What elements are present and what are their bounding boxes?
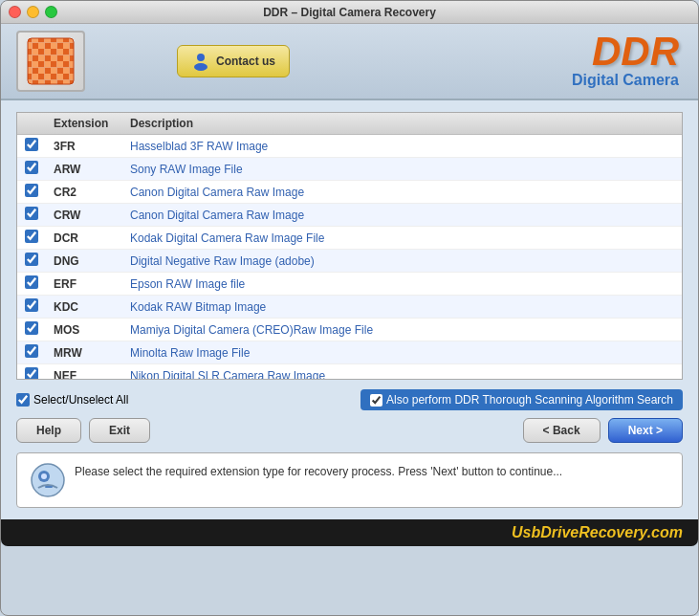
logo-box bbox=[16, 31, 85, 92]
row-checkbox[interactable] bbox=[25, 230, 38, 243]
svg-rect-10 bbox=[45, 486, 53, 488]
row-checkbox[interactable] bbox=[25, 275, 38, 289]
extension-table: Extension Description 3FR Hasselblad 3F … bbox=[17, 113, 682, 380]
row-checkbox[interactable] bbox=[25, 253, 38, 266]
svg-point-6 bbox=[194, 63, 208, 71]
row-extension: DNG bbox=[46, 250, 122, 273]
row-description: Canon Digital Camera Raw Image bbox=[122, 181, 682, 204]
row-extension: MRW bbox=[46, 341, 122, 364]
info-message: Please select the required extension typ… bbox=[75, 463, 562, 480]
select-all-checkbox[interactable] bbox=[16, 393, 30, 407]
table-body: 3FR Hasselblad 3F RAW Image ARW Sony RAW… bbox=[17, 135, 682, 381]
row-checkbox[interactable] bbox=[25, 161, 38, 174]
row-extension: NEF bbox=[46, 364, 122, 381]
contact-label: Contact us bbox=[216, 55, 275, 68]
table-header-row: Extension Description bbox=[17, 113, 682, 135]
row-check-cell[interactable] bbox=[17, 135, 46, 158]
row-check-cell[interactable] bbox=[17, 273, 46, 296]
row-extension: MOS bbox=[46, 319, 122, 341]
row-description: Hasselblad 3F RAW Image bbox=[122, 135, 682, 158]
contact-button[interactable]: Contact us bbox=[177, 45, 290, 77]
row-checkbox[interactable] bbox=[25, 207, 38, 220]
info-icon bbox=[31, 463, 65, 497]
row-description: Kodak Digital Camera Raw Image File bbox=[122, 227, 682, 250]
row-description: Epson RAW Image file bbox=[122, 273, 682, 296]
thorough-scan-area: Also perform DDR Thorough Scanning Algor… bbox=[360, 389, 683, 410]
row-extension: 3FR bbox=[46, 135, 122, 158]
row-extension: ARW bbox=[46, 158, 122, 181]
maximize-button[interactable] bbox=[45, 6, 57, 18]
contact-icon bbox=[191, 52, 210, 71]
brand-area: DDR Digital Camera bbox=[572, 32, 679, 89]
row-description: Minolta Raw Image File bbox=[122, 341, 682, 364]
row-checkbox[interactable] bbox=[25, 184, 38, 197]
table-row: NEF Nikon Digital SLR Camera Raw Image bbox=[17, 364, 682, 381]
table-row: ARW Sony RAW Image File bbox=[17, 158, 682, 181]
window-title: DDR – Digital Camera Recovery bbox=[263, 6, 436, 19]
col-description: Description bbox=[122, 113, 682, 135]
row-description: Sony RAW Image File bbox=[122, 158, 682, 181]
next-button[interactable]: Next > bbox=[608, 418, 683, 443]
row-extension: KDC bbox=[46, 296, 122, 319]
window-controls[interactable] bbox=[9, 6, 57, 18]
table-row: DNG Digital Negative Raw Image (adobe) bbox=[17, 250, 682, 273]
row-check-cell[interactable] bbox=[17, 250, 46, 273]
thorough-scan-checkbox[interactable] bbox=[370, 394, 382, 407]
row-description: Nikon Digital SLR Camera Raw Image bbox=[122, 364, 682, 381]
row-check-cell[interactable] bbox=[17, 296, 46, 319]
svg-rect-4 bbox=[28, 38, 74, 84]
close-button[interactable] bbox=[9, 6, 21, 18]
row-check-cell[interactable] bbox=[17, 158, 46, 181]
table-row: DCR Kodak Digital Camera Raw Image File bbox=[17, 227, 682, 250]
col-check bbox=[17, 113, 46, 135]
row-checkbox[interactable] bbox=[25, 298, 38, 312]
row-extension: CR2 bbox=[46, 181, 122, 204]
col-extension: Extension bbox=[46, 113, 122, 135]
row-description: Mamiya Digital Camera (CREO)Raw Image Fi… bbox=[122, 319, 682, 341]
row-check-cell[interactable] bbox=[17, 364, 46, 381]
row-checkbox[interactable] bbox=[25, 344, 38, 358]
row-check-cell[interactable] bbox=[17, 181, 46, 204]
footer: UsbDriveRecovery.com bbox=[1, 519, 698, 546]
table-row: KDC Kodak RAW Bitmap Image bbox=[17, 296, 682, 319]
row-checkbox[interactable] bbox=[25, 321, 38, 335]
extension-table-container[interactable]: Extension Description 3FR Hasselblad 3F … bbox=[16, 112, 683, 380]
row-description: Digital Negative Raw Image (adobe) bbox=[122, 250, 682, 273]
row-check-cell[interactable] bbox=[17, 341, 46, 364]
brand-subtitle: Digital Camera bbox=[572, 72, 679, 89]
exit-button[interactable]: Exit bbox=[89, 418, 150, 443]
app-header: Contact us DDR Digital Camera bbox=[1, 24, 698, 100]
table-row: MOS Mamiya Digital Camera (CREO)Raw Imag… bbox=[17, 319, 682, 341]
row-checkbox[interactable] bbox=[25, 367, 38, 380]
minimize-button[interactable] bbox=[27, 6, 39, 18]
row-description: Kodak RAW Bitmap Image bbox=[122, 296, 682, 319]
row-check-cell[interactable] bbox=[17, 227, 46, 250]
svg-point-9 bbox=[41, 473, 47, 479]
main-content: Extension Description 3FR Hasselblad 3F … bbox=[1, 100, 698, 519]
back-button[interactable]: < Back bbox=[523, 418, 601, 443]
thorough-scan-label[interactable]: Also perform DDR Thorough Scanning Algor… bbox=[386, 393, 673, 407]
footer-brand: UsbDriveRecovery.com bbox=[512, 524, 683, 541]
row-extension: CRW bbox=[46, 204, 122, 227]
table-row: 3FR Hasselblad 3F RAW Image bbox=[17, 135, 682, 158]
table-row: ERF Epson RAW Image file bbox=[17, 273, 682, 296]
info-area: Please select the required extension typ… bbox=[16, 452, 683, 508]
row-check-cell[interactable] bbox=[17, 204, 46, 227]
brand-name: DDR bbox=[572, 32, 679, 72]
row-extension: ERF bbox=[46, 273, 122, 296]
table-row: CRW Canon Digital Camera Raw Image bbox=[17, 204, 682, 227]
select-all-label[interactable]: Select/Unselect All bbox=[33, 393, 128, 407]
select-all-area: Select/Unselect All bbox=[16, 393, 353, 407]
buttons-row: Help Exit < Back Next > bbox=[16, 418, 683, 443]
row-check-cell[interactable] bbox=[17, 319, 46, 341]
title-bar: DDR – Digital Camera Recovery bbox=[1, 1, 698, 24]
table-row: MRW Minolta Raw Image File bbox=[17, 341, 682, 364]
table-row: CR2 Canon Digital Camera Raw Image bbox=[17, 181, 682, 204]
row-description: Canon Digital Camera Raw Image bbox=[122, 204, 682, 227]
app-logo bbox=[26, 36, 76, 86]
help-button[interactable]: Help bbox=[16, 418, 81, 443]
controls-row: Select/Unselect All Also perform DDR Tho… bbox=[16, 389, 683, 410]
row-extension: DCR bbox=[46, 227, 122, 250]
row-checkbox[interactable] bbox=[25, 138, 38, 151]
svg-point-5 bbox=[197, 54, 205, 61]
